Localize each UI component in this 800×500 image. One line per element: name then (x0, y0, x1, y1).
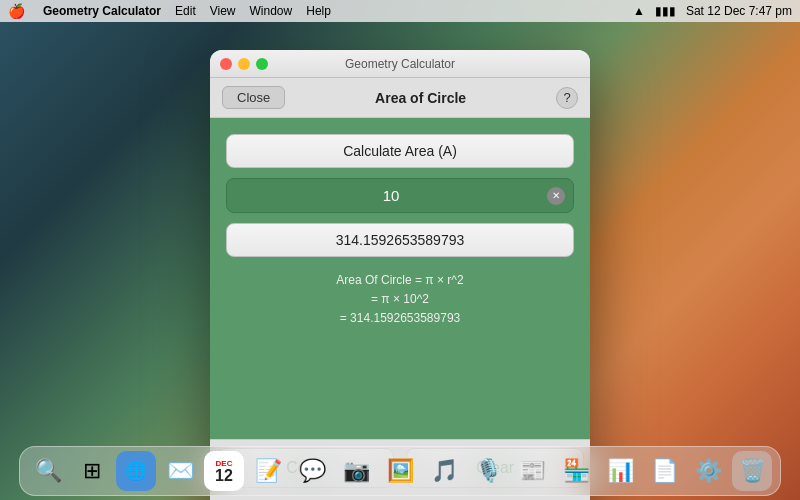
menubar-help[interactable]: Help (306, 4, 331, 18)
dock-icon-trash[interactable]: 🗑️ (732, 451, 772, 491)
input-row: ✕ (226, 178, 574, 213)
window-nav: Close Area of Circle ? (210, 78, 590, 118)
menubar-app-name[interactable]: Geometry Calculator (43, 4, 161, 18)
dock-icon-pages[interactable]: 📄 (644, 451, 684, 491)
dock-icon-numbers[interactable]: 📊 (600, 451, 640, 491)
menubar-left: 🍎 Geometry Calculator Edit View Window H… (8, 3, 331, 19)
menubar-window[interactable]: Window (250, 4, 293, 18)
desktop: 🍎 Geometry Calculator Edit View Window H… (0, 0, 800, 500)
input-clear-icon[interactable]: ✕ (547, 187, 565, 205)
dock-icon-system-prefs[interactable]: ⚙️ (688, 451, 728, 491)
dock-icon-news[interactable]: 📰 (512, 451, 552, 491)
dock-icon-appstore[interactable]: 🏪 (556, 451, 596, 491)
window-minimize-control[interactable] (238, 58, 250, 70)
window-titlebar: Geometry Calculator (210, 50, 590, 78)
dock-icon-notes[interactable]: 📝 (248, 451, 288, 491)
window-title: Geometry Calculator (345, 57, 455, 71)
dock-icon-podcasts[interactable]: 🎙️ (468, 451, 508, 491)
wifi-icon: ▲ (633, 4, 645, 18)
dock: 🔍 ⊞ 🌐 ✉️ DEC 12 📝 💬 📷 🖼️ 🎵 🎙️ 📰 🏪 📊 📄 ⚙️… (19, 446, 781, 496)
app-window: Geometry Calculator Close Area of Circle… (210, 50, 590, 500)
nav-help-button[interactable]: ? (556, 87, 578, 109)
dock-icon-finder[interactable]: 🔍 (28, 451, 68, 491)
formula-line3: = 314.1592653589793 (226, 309, 574, 328)
formula-area: Area Of Circle = π × r^2 = π × 10^2 = 31… (226, 267, 574, 333)
calculate-button[interactable]: Calculate Area (A) (226, 134, 574, 168)
dock-icon-safari[interactable]: 🌐 (116, 451, 156, 491)
window-controls (220, 58, 268, 70)
formula-line2: = π × 10^2 (226, 290, 574, 309)
dock-icon-messages[interactable]: 💬 (292, 451, 332, 491)
result-display: 314.1592653589793 (226, 223, 574, 257)
battery-icon: ▮▮▮ (655, 4, 676, 18)
apple-menu-icon[interactable]: 🍎 (8, 3, 25, 19)
menubar-right: ▲ ▮▮▮ Sat 12 Dec 7:47 pm (633, 4, 792, 18)
bottom-labels: Volume of Cylinder Volume of Circle (210, 496, 590, 500)
dock-icon-mail[interactable]: ✉️ (160, 451, 200, 491)
menubar: 🍎 Geometry Calculator Edit View Window H… (0, 0, 800, 22)
nav-close-button[interactable]: Close (222, 86, 285, 109)
window-close-control[interactable] (220, 58, 232, 70)
dock-icon-calendar[interactable]: DEC 12 (204, 451, 244, 491)
nav-section-title: Area of Circle (285, 90, 556, 106)
dock-icon-photos[interactable]: 🖼️ (380, 451, 420, 491)
menubar-view[interactable]: View (210, 4, 236, 18)
calc-area: Calculate Area (A) ✕ 314.1592653589793 A… (210, 118, 590, 439)
formula-line1: Area Of Circle = π × r^2 (226, 271, 574, 290)
dock-icon-launchpad[interactable]: ⊞ (72, 451, 112, 491)
window-maximize-control[interactable] (256, 58, 268, 70)
dock-icon-facetime[interactable]: 📷 (336, 451, 376, 491)
spacer (226, 343, 574, 423)
radius-input[interactable] (235, 181, 547, 210)
dock-icon-music[interactable]: 🎵 (424, 451, 464, 491)
menubar-edit[interactable]: Edit (175, 4, 196, 18)
clock: Sat 12 Dec 7:47 pm (686, 4, 792, 18)
